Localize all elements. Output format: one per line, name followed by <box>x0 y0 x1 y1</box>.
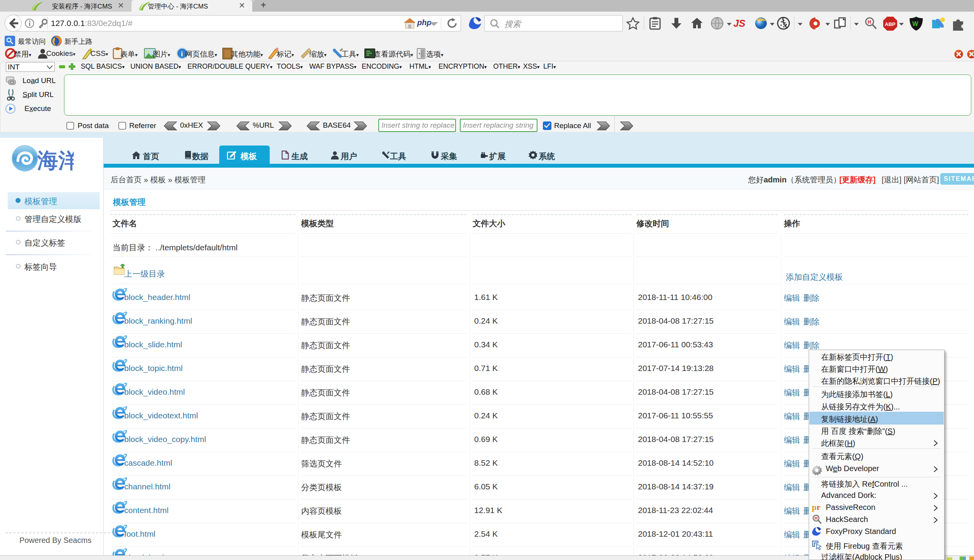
svg-text:H: H <box>868 19 871 25</box>
svg-text:ABP: ABP <box>885 21 896 27</box>
svg-text:i: i <box>181 50 183 58</box>
svg-text:海洋: 海洋 <box>37 149 74 172</box>
svg-text:W: W <box>912 21 919 27</box>
svg-text:H: H <box>815 516 818 520</box>
